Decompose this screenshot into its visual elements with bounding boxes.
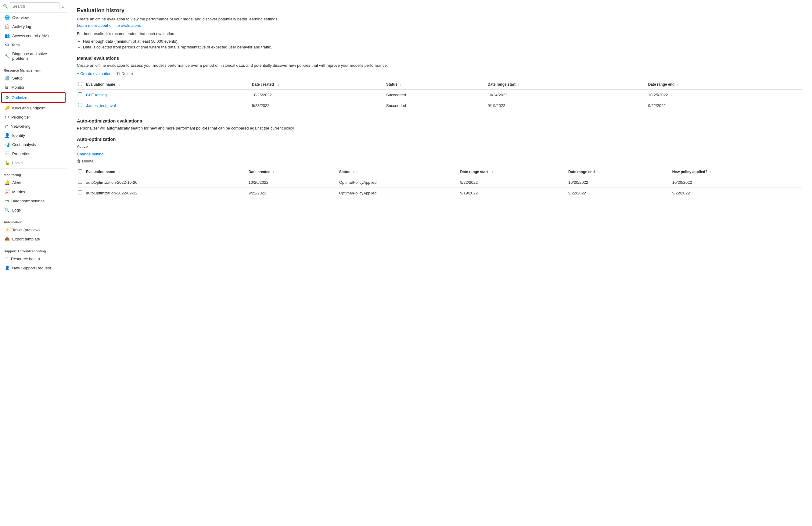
- sidebar-item-setup[interactable]: ⚙️ Setup: [0, 73, 67, 82]
- identity-icon: 👤: [4, 133, 10, 138]
- table-row: autoOptimization-2022-10-20 10/20/2022 O…: [77, 177, 802, 188]
- eval-name-link[interactable]: CFE testing: [86, 93, 107, 97]
- eval-name-link[interactable]: James_test_eval: [86, 103, 116, 108]
- sidebar-item-pricing-tier[interactable]: 🏷 Pricing tier: [0, 112, 67, 122]
- manual-eval-title: Manual evaluations: [77, 56, 802, 61]
- sidebar-item-keys-endpoint[interactable]: 🔑 Keys and Endpoint: [0, 103, 67, 112]
- sort-icon[interactable]: ↑↓: [710, 170, 713, 174]
- date-created-cell: 9/23/2022: [252, 100, 386, 111]
- page-title: Evaluation history: [77, 7, 802, 14]
- sidebar-item-networking[interactable]: ⇄ Networking: [0, 122, 67, 131]
- new-policy-cell: 9/22/2022: [672, 188, 802, 198]
- sort-icon[interactable]: ↑↓: [273, 170, 276, 174]
- sidebar-item-metrics[interactable]: 📈 Metrics: [0, 187, 67, 196]
- delete-auto-icon: 🗑: [77, 159, 81, 163]
- globe-icon: 🌐: [4, 15, 10, 20]
- sidebar-item-label: Properties: [12, 151, 30, 156]
- chart-icon: 📊: [4, 142, 10, 147]
- table-row: autoOptimization-2022-09-22 9/22/2022 Op…: [77, 188, 802, 198]
- sort-icon[interactable]: ↑↓: [597, 170, 600, 174]
- learn-more-link[interactable]: Learn more about offline evaluations: [77, 23, 141, 28]
- manual-col-checkbox: [77, 79, 86, 90]
- range-end-cell: 10/25/2022: [648, 90, 802, 100]
- auto-optimization-label: Auto-optimization: [77, 137, 802, 142]
- pricing-icon: 🏷: [4, 115, 9, 119]
- row-select[interactable]: [78, 92, 82, 96]
- main-content: Evaluation history Create an offline eva…: [67, 0, 812, 526]
- sidebar-item-overview[interactable]: 🌐 Overview: [0, 13, 67, 22]
- section-resource-management: Resource Management: [0, 65, 67, 73]
- sidebar-item-label: Overview: [12, 15, 29, 20]
- change-setting-link[interactable]: Change setting: [77, 152, 802, 156]
- bullet-item-1: Has enough data (minimum of at least 50,…: [83, 39, 802, 44]
- search-input[interactable]: [10, 2, 59, 10]
- search2-icon: 🔍: [4, 208, 10, 212]
- sidebar-item-diagnostic-settings[interactable]: 🗃 Diagnostic settings: [0, 196, 67, 206]
- sidebar-item-label: Alerts: [12, 180, 22, 185]
- sort-icon[interactable]: ↑↓: [677, 83, 680, 86]
- sort-icon[interactable]: ↑↓: [400, 83, 403, 86]
- sidebar-item-resource-health[interactable]: ♡ Resource health: [0, 254, 67, 263]
- sidebar-item-label: Locks: [12, 161, 23, 165]
- sidebar-item-identity[interactable]: 👤 Identity: [0, 131, 67, 140]
- monitor-icon: 🖥: [4, 85, 9, 90]
- sidebar-item-export[interactable]: 📤 Export template: [0, 234, 67, 243]
- sidebar-item-label: Diagnose and solve problems: [12, 51, 63, 61]
- sort-icon[interactable]: ↑↓: [117, 170, 120, 174]
- sidebar-item-alerts[interactable]: 🔔 Alerts: [0, 178, 67, 187]
- sort-icon[interactable]: ↑↓: [276, 83, 279, 86]
- sidebar-item-label: Diagnostic settings: [11, 199, 45, 203]
- sidebar-item-tags[interactable]: 🏷 Tags: [0, 40, 67, 49]
- optimize-icon: ⟳: [5, 95, 9, 100]
- range-start-cell: 10/24/2022: [488, 90, 648, 100]
- select-all-manual[interactable]: [78, 82, 82, 86]
- sidebar-item-new-support[interactable]: 👤 New Support Request: [0, 263, 67, 272]
- sidebar-item-properties[interactable]: 📄 Properties: [0, 149, 67, 158]
- people-icon: 👥: [4, 33, 10, 38]
- select-all-auto[interactable]: [78, 169, 82, 174]
- create-evaluation-button[interactable]: + Create evaluation: [77, 71, 111, 76]
- row-checkbox: [77, 100, 86, 111]
- row-select[interactable]: [78, 191, 82, 194]
- row-select[interactable]: [78, 180, 82, 184]
- eval-name-cell: James_test_eval: [86, 100, 252, 111]
- auto-col-status: Status ↑↓: [339, 167, 460, 177]
- sidebar-item-monitor[interactable]: 🖥 Monitor: [0, 82, 67, 92]
- sidebar-item-cost-analysis[interactable]: 📊 Cost analysis: [0, 140, 67, 149]
- sidebar-item-logs[interactable]: 🔍 Logs: [0, 206, 67, 214]
- status-cell: Succeeded: [386, 100, 488, 111]
- sort-icon[interactable]: ↑↓: [490, 170, 493, 174]
- delete-manual-button[interactable]: 🗑 Delete: [116, 71, 133, 76]
- metrics-icon: 📈: [4, 189, 10, 194]
- delete-auto-button[interactable]: 🗑 Delete: [77, 159, 802, 163]
- sidebar-item-label: Access control (IAM): [12, 33, 49, 38]
- sidebar-item-tasks[interactable]: ⚡ Tasks (preview): [0, 225, 67, 234]
- table-row: James_test_eval 9/23/2022 Succeeded 9/19…: [77, 100, 802, 111]
- sort-icon[interactable]: ↑↓: [353, 170, 356, 174]
- bullet-list: Has enough data (minimum of at least 50,…: [83, 39, 802, 49]
- collapse-sidebar-button[interactable]: «: [61, 4, 64, 9]
- sidebar-item-label: Monitor: [11, 85, 25, 90]
- tag-icon: 🏷: [4, 42, 9, 47]
- sidebar-item-diagnose[interactable]: 🔧 Diagnose and solve problems: [0, 49, 67, 63]
- sidebar-item-label: Cost analysis: [12, 142, 36, 147]
- status-cell: OptimalPolicyApplied: [339, 188, 460, 198]
- sidebar-search-container: 🔍 «: [0, 0, 67, 13]
- table-row: CFE testing 10/25/2022 Succeeded 10/24/2…: [77, 90, 802, 100]
- sidebar-item-optimize[interactable]: ⟳ Optimize: [1, 92, 66, 103]
- sidebar-item-activity-log[interactable]: 📋 Activity log: [0, 22, 67, 31]
- manual-col-name: Evaluation name ↑↓: [86, 79, 252, 90]
- sort-icon[interactable]: ↑↓: [117, 83, 120, 86]
- auto-col-range-start: Date range start ↑↓: [460, 167, 568, 177]
- row-select[interactable]: [78, 103, 82, 107]
- diagnostic-icon: 🗃: [4, 198, 9, 203]
- date-created-cell: 10/20/2022: [249, 177, 339, 188]
- sidebar-item-locks[interactable]: 🔒 Locks: [0, 158, 67, 167]
- section-automation: Automation: [0, 217, 67, 225]
- sidebar-item-access-control[interactable]: 👥 Access control (IAM): [0, 31, 67, 40]
- sidebar-item-label: Metrics: [12, 190, 25, 194]
- eval-name-cell: autoOptimization-2022-09-22: [86, 188, 249, 198]
- manual-eval-table: Evaluation name ↑↓ Date created ↑↓ Statu…: [77, 79, 802, 111]
- sort-icon[interactable]: ↑↓: [518, 83, 521, 86]
- auto-col-range-end: Date range end ↑↓: [568, 167, 672, 177]
